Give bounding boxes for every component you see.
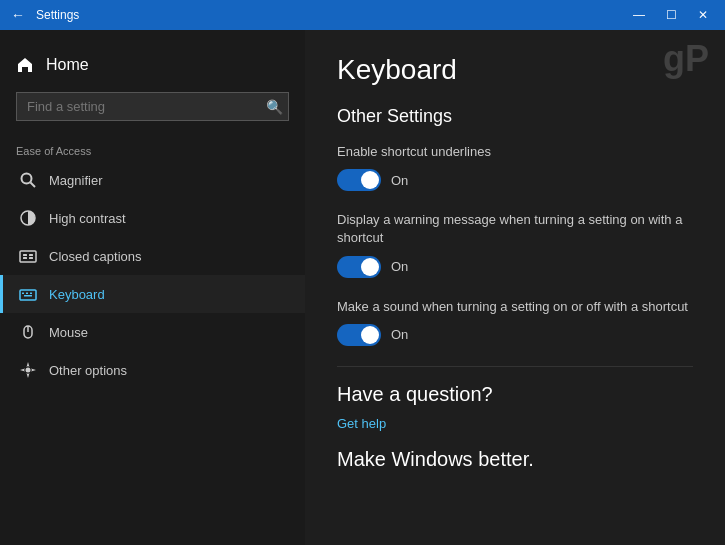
mouse-icon bbox=[19, 323, 37, 341]
shortcut-underlines-toggle[interactable] bbox=[337, 169, 381, 191]
back-icon: ← bbox=[11, 7, 25, 23]
search-input[interactable] bbox=[16, 92, 289, 121]
warning-message-desc: Display a warning message when turning a… bbox=[337, 211, 693, 247]
toggle-knob-3 bbox=[361, 326, 379, 344]
high-contrast-icon bbox=[19, 209, 37, 227]
app-container: Home 🔍 Ease of Access Magnifier bbox=[0, 30, 725, 545]
svg-rect-10 bbox=[26, 293, 28, 295]
svg-point-15 bbox=[26, 368, 31, 373]
sidebar-item-other-options[interactable]: Other options bbox=[0, 351, 305, 389]
magnifier-label: Magnifier bbox=[49, 173, 102, 188]
home-label: Home bbox=[46, 56, 89, 74]
back-button[interactable]: ← bbox=[8, 5, 28, 25]
minimize-button[interactable]: — bbox=[625, 5, 653, 25]
svg-rect-9 bbox=[22, 293, 24, 295]
svg-rect-12 bbox=[24, 295, 32, 297]
sidebar-item-magnifier[interactable]: Magnifier bbox=[0, 161, 305, 199]
close-button[interactable]: ✕ bbox=[689, 5, 717, 25]
warning-message-toggle[interactable] bbox=[337, 256, 381, 278]
magnifier-icon bbox=[19, 171, 37, 189]
other-options-label: Other options bbox=[49, 363, 127, 378]
section-title: Other Settings bbox=[337, 106, 693, 127]
svg-rect-4 bbox=[23, 254, 27, 256]
sidebar-item-mouse[interactable]: Mouse bbox=[0, 313, 305, 351]
content-area: gP Keyboard Other Settings Enable shortc… bbox=[305, 30, 725, 545]
keyboard-label: Keyboard bbox=[49, 287, 105, 302]
shortcut-underlines-state: On bbox=[391, 173, 408, 188]
titlebar: ← Settings — ☐ ✕ bbox=[0, 0, 725, 30]
sidebar: Home 🔍 Ease of Access Magnifier bbox=[0, 30, 305, 545]
svg-point-0 bbox=[22, 174, 32, 184]
warning-message-row: On bbox=[337, 256, 693, 278]
sound-shortcut-desc: Make a sound when turning a setting on o… bbox=[337, 298, 693, 316]
svg-rect-7 bbox=[29, 257, 33, 259]
question-title: Have a question? bbox=[337, 383, 693, 406]
maximize-button[interactable]: ☐ bbox=[657, 5, 685, 25]
setting-sound-shortcut: Make a sound when turning a setting on o… bbox=[337, 298, 693, 346]
mouse-label: Mouse bbox=[49, 325, 88, 340]
closed-captions-icon bbox=[19, 247, 37, 265]
shortcut-underlines-row: On bbox=[337, 169, 693, 191]
other-options-icon bbox=[19, 361, 37, 379]
sound-shortcut-state: On bbox=[391, 327, 408, 342]
setting-shortcut-underlines: Enable shortcut underlines On bbox=[337, 143, 693, 191]
get-help-link[interactable]: Get help bbox=[337, 416, 386, 431]
search-icon[interactable]: 🔍 bbox=[266, 99, 283, 115]
setting-warning-message: Display a warning message when turning a… bbox=[337, 211, 693, 277]
sidebar-item-keyboard[interactable]: Keyboard bbox=[0, 275, 305, 313]
make-better-title: Make Windows better. bbox=[337, 448, 693, 471]
sound-shortcut-toggle[interactable] bbox=[337, 324, 381, 346]
sidebar-item-home[interactable]: Home bbox=[0, 46, 305, 84]
high-contrast-label: High contrast bbox=[49, 211, 126, 226]
search-container: 🔍 bbox=[16, 92, 289, 121]
titlebar-title: Settings bbox=[36, 8, 79, 22]
svg-rect-6 bbox=[23, 257, 27, 259]
ease-of-access-label: Ease of Access bbox=[0, 137, 305, 161]
svg-rect-3 bbox=[20, 251, 36, 262]
shortcut-underlines-desc: Enable shortcut underlines bbox=[337, 143, 693, 161]
watermark: gP bbox=[663, 38, 709, 80]
page-title: Keyboard bbox=[337, 54, 693, 86]
sidebar-item-closed-captions[interactable]: Closed captions bbox=[0, 237, 305, 275]
sidebar-item-high-contrast[interactable]: High contrast bbox=[0, 199, 305, 237]
closed-captions-label: Closed captions bbox=[49, 249, 142, 264]
svg-line-1 bbox=[31, 183, 36, 188]
titlebar-left: ← Settings bbox=[8, 5, 79, 25]
svg-rect-5 bbox=[29, 254, 33, 256]
toggle-knob-2 bbox=[361, 258, 379, 276]
titlebar-controls: — ☐ ✕ bbox=[625, 5, 717, 25]
warning-message-state: On bbox=[391, 259, 408, 274]
keyboard-icon bbox=[19, 285, 37, 303]
divider bbox=[337, 366, 693, 367]
sound-shortcut-row: On bbox=[337, 324, 693, 346]
svg-rect-11 bbox=[30, 293, 32, 295]
toggle-knob bbox=[361, 171, 379, 189]
home-icon bbox=[16, 56, 34, 74]
